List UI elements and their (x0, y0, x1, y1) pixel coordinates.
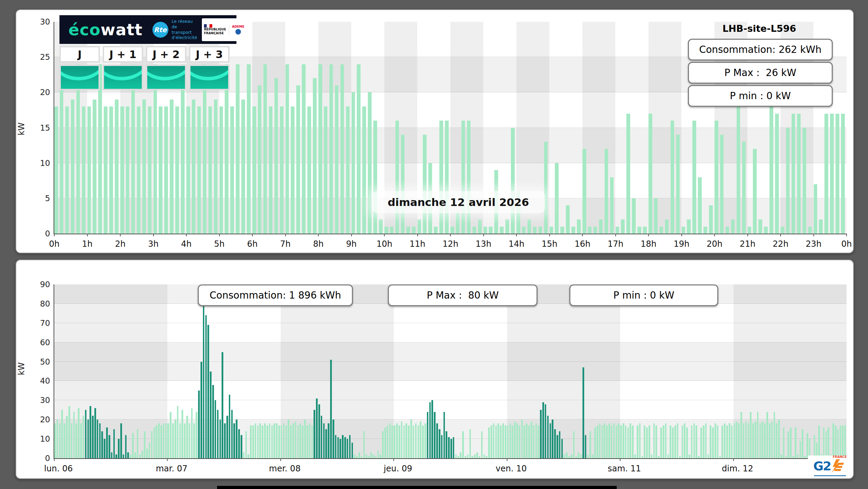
bar (776, 423, 777, 458)
bar (495, 425, 497, 458)
bar (500, 227, 504, 234)
bar (429, 402, 431, 458)
forecast-thumbnail-j[interactable] (59, 65, 100, 90)
bar (519, 425, 521, 458)
bar (215, 400, 216, 458)
g2e-tagline-rule (814, 475, 846, 476)
bar (368, 92, 372, 234)
bar (160, 425, 162, 458)
gov-text-line: RÉPUBLIQUE (204, 28, 226, 31)
bar (571, 454, 572, 458)
tab-day-j2[interactable]: J + 2 (146, 46, 186, 63)
bar (632, 198, 636, 234)
stat-pmin-day: P min : 0 kW (688, 85, 833, 107)
bar (731, 219, 735, 234)
bar (57, 420, 58, 458)
bar (753, 149, 757, 234)
bar (399, 425, 400, 458)
bar (604, 423, 605, 458)
bar (709, 205, 713, 234)
bar (134, 452, 136, 458)
forecast-thumbnail-j2[interactable] (146, 65, 186, 90)
bar (819, 219, 823, 234)
bar (676, 135, 680, 234)
bar (670, 425, 671, 458)
bar (210, 372, 212, 459)
bar (550, 227, 553, 234)
bar (101, 431, 103, 458)
bar (422, 425, 424, 458)
bar (104, 439, 105, 458)
bar (457, 456, 459, 458)
x-tick-label: 2h (115, 239, 125, 249)
bar (286, 64, 289, 234)
bar (825, 431, 827, 458)
bar (241, 100, 245, 234)
bar (200, 362, 202, 458)
bar (455, 454, 457, 458)
stat-consumption-day-label: Consommation: 262 kWh (699, 44, 822, 55)
ecowatt-signal-icon (147, 66, 185, 89)
bar (658, 456, 660, 458)
bar (127, 452, 129, 458)
bar (687, 219, 691, 234)
bar (448, 437, 450, 458)
bar (126, 106, 130, 234)
tab-day-j[interactable]: J (59, 46, 100, 63)
bar (170, 100, 174, 234)
bar (318, 404, 320, 458)
tab-day-j1[interactable]: J + 1 (103, 46, 143, 63)
bar (224, 423, 226, 458)
bar (149, 443, 150, 458)
bar (197, 106, 201, 234)
bar (255, 423, 256, 458)
bar (469, 429, 471, 458)
bar (113, 429, 115, 458)
tab-day-j3[interactable]: J + 3 (189, 46, 230, 63)
bar (479, 456, 480, 458)
bar (94, 408, 96, 458)
bar (717, 425, 719, 458)
bar (542, 402, 544, 458)
bar (296, 85, 300, 234)
bar (582, 367, 584, 458)
bar (672, 427, 674, 458)
x-tick (393, 458, 394, 461)
bar (682, 227, 685, 234)
x-tick (219, 234, 220, 236)
bar (837, 429, 839, 458)
bar (736, 422, 737, 458)
bar (382, 431, 384, 458)
x-tick-label: 9h (346, 239, 356, 249)
x-tick (285, 234, 286, 236)
bar (588, 227, 592, 234)
bar (606, 425, 608, 458)
bar (358, 452, 360, 458)
french-flag-icon (204, 24, 212, 28)
bar (356, 456, 358, 458)
bar (465, 456, 466, 458)
x-tick-label: 15h (542, 239, 558, 249)
bar (444, 412, 445, 458)
bar (592, 454, 594, 458)
y-tick-label: 50 (29, 358, 50, 366)
stat-consumption-week: Consommation: 1 896 kWh (198, 284, 353, 306)
bar (729, 423, 730, 458)
bar (431, 400, 433, 458)
bar (800, 441, 801, 458)
bar (247, 64, 251, 234)
bar (742, 142, 746, 234)
bar (189, 423, 190, 458)
forecast-thumbnail-j1[interactable] (103, 65, 143, 90)
x-tick (186, 234, 187, 236)
bar (318, 64, 322, 234)
bar (137, 106, 141, 234)
bar (766, 412, 768, 458)
bar (60, 71, 64, 234)
forecast-thumbnail-j3[interactable] (189, 65, 230, 90)
bar (627, 427, 629, 458)
bar (613, 423, 615, 458)
bar (159, 106, 162, 234)
x-tick-label: mer. 08 (269, 464, 301, 473)
bar (599, 219, 603, 234)
